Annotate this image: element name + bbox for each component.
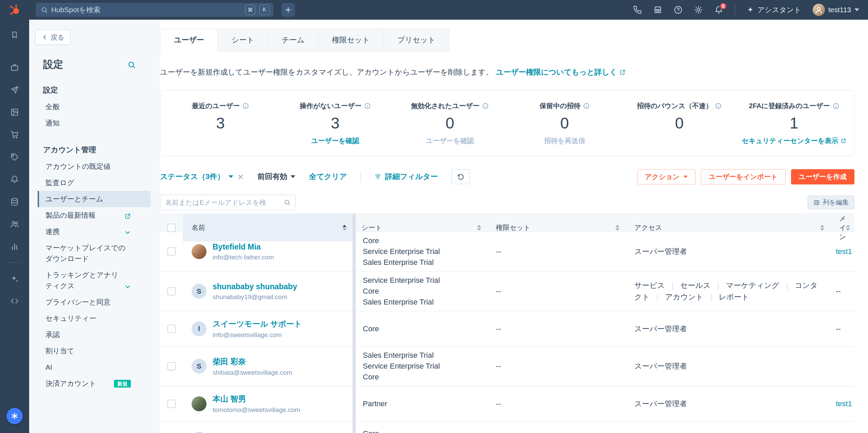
column-header[interactable]: 権限セット <box>487 214 626 241</box>
marketing-icon[interactable] <box>7 82 22 98</box>
service-icon[interactable] <box>7 172 22 187</box>
select-all-checkbox[interactable] <box>167 224 176 232</box>
user-email: info@sweetsvillage.com <box>213 331 302 339</box>
reporting-icon[interactable] <box>7 239 22 254</box>
seats-cell: Service Enterprise TrialCoreSales Enterp… <box>353 272 487 311</box>
breeze-sparkles-icon[interactable] <box>7 271 22 287</box>
settings-nav-item[interactable]: アカウントの既定値 <box>38 158 151 175</box>
remove-filter-icon[interactable] <box>237 174 244 180</box>
user-name-link[interactable]: shunababy shunababy <box>213 282 297 291</box>
main-team-link[interactable]: test1 <box>830 247 854 256</box>
tab[interactable]: チーム <box>268 29 318 51</box>
nav-item-label: 決済アカウント <box>45 378 114 389</box>
marketplace-icon[interactable] <box>653 5 662 14</box>
column-header[interactable]: 名前 <box>183 214 353 241</box>
user-stats-panel: 最近のユーザー 3 操作がないユーザー 3 ユーザーを確認 <box>160 90 854 156</box>
clear-all-link[interactable]: 全てクリア <box>309 172 347 182</box>
row-checkbox-cell <box>160 311 183 346</box>
settings-nav-item[interactable]: 割り当て <box>38 343 151 359</box>
settings-nav-item[interactable]: トラッキングとアナリティクス <box>38 267 151 294</box>
settings-nav-item[interactable]: マーケットプレイスでのダウンロード <box>38 240 151 267</box>
column-header[interactable]: アクセス <box>626 214 830 241</box>
database-icon[interactable] <box>7 194 22 210</box>
frozen-column-scrollbar[interactable] <box>353 214 356 433</box>
user-name-link[interactable]: 本山 智男 <box>213 394 300 404</box>
settings-nav-item[interactable]: 製品の最新情報 <box>38 207 151 223</box>
stat-link[interactable]: ユーザーを確認 <box>278 136 392 145</box>
calling-icon[interactable] <box>633 5 642 14</box>
row-checkbox[interactable] <box>167 325 176 333</box>
sort-icon <box>477 225 481 231</box>
last-active-filter[interactable]: 前回有効 <box>257 172 295 182</box>
create-user-button[interactable]: ユーザーを作成 <box>791 169 854 184</box>
contacts-icon[interactable] <box>7 216 22 232</box>
create-new-button[interactable] <box>281 3 295 17</box>
actions-button[interactable]: アクション <box>637 169 695 184</box>
settings-nav-item[interactable]: 連携 <box>38 223 151 240</box>
content-icon[interactable] <box>7 104 22 120</box>
row-checkbox[interactable] <box>167 362 176 370</box>
tab[interactable]: シート <box>218 29 268 51</box>
help-icon[interactable] <box>674 5 683 14</box>
user-search[interactable] <box>160 195 296 210</box>
sort-icon <box>615 225 619 231</box>
commerce-icon[interactable] <box>7 127 22 142</box>
notifications-bell-icon[interactable]: 5 <box>714 5 723 14</box>
learn-more-link[interactable]: ユーザー権限についてもっと詳しく <box>496 67 626 77</box>
settings-nav-item[interactable]: セキュリティー <box>38 310 151 327</box>
user-name-link[interactable]: 柴田 彩奈 <box>213 356 292 367</box>
crm-icon[interactable] <box>7 60 22 75</box>
global-search-input[interactable] <box>51 6 241 14</box>
info-icon[interactable] <box>482 103 489 109</box>
nav-item-label: ユーザーとチーム <box>45 194 131 204</box>
settings-nav-item[interactable]: AI <box>38 359 151 375</box>
status-filter-chip[interactable]: ステータス（3件） <box>160 172 244 182</box>
info-icon[interactable] <box>364 103 371 109</box>
main-team-value: -- <box>830 324 854 333</box>
row-checkbox-cell <box>160 347 183 386</box>
settings-title: 設定 <box>43 58 63 72</box>
advanced-filter-link[interactable]: 詳細フィルター <box>374 172 438 182</box>
tickets-icon[interactable] <box>7 149 22 165</box>
undo-button[interactable] <box>451 169 470 184</box>
row-checkbox[interactable] <box>167 400 176 408</box>
account-menu[interactable]: test113 <box>813 4 859 16</box>
info-icon[interactable] <box>242 103 249 109</box>
global-search[interactable]: ⌘ K <box>36 3 273 17</box>
bookmark-icon[interactable] <box>7 27 22 43</box>
info-icon[interactable] <box>833 103 839 109</box>
tab[interactable]: ユーザー <box>160 29 218 51</box>
tab[interactable]: プリセット <box>383 29 450 51</box>
stat-link[interactable]: セキュリティーセンターを表示 <box>737 136 851 145</box>
nav-item-label: 割り当て <box>45 346 131 356</box>
user-search-input[interactable] <box>165 199 281 206</box>
edit-columns-button[interactable]: 列を編集 <box>808 196 854 209</box>
copilot-button[interactable] <box>6 408 23 424</box>
user-name-link[interactable]: Bytefield Mia <box>213 242 274 252</box>
settings-gear-icon[interactable] <box>694 5 703 14</box>
tab[interactable]: 権限セット <box>318 29 384 51</box>
back-button[interactable]: 戻る <box>35 30 71 45</box>
settings-nav-item[interactable]: 承認 <box>38 327 151 343</box>
settings-nav-item[interactable]: ユーザーとチーム <box>38 191 151 207</box>
column-header[interactable]: メイン <box>830 214 854 241</box>
assistant-button[interactable]: アシスタント <box>747 5 801 15</box>
row-checkbox[interactable] <box>167 287 176 295</box>
settings-nav-item[interactable]: プライバシーと同意 <box>38 294 151 310</box>
seat-value: Core <box>363 428 484 433</box>
settings-nav-item[interactable]: 監査ログ <box>38 175 151 191</box>
developer-code-icon[interactable] <box>7 293 22 309</box>
seats-cell: CoreService Enterprise Trial <box>353 425 487 433</box>
access-separator: ｜ <box>703 293 719 301</box>
hubspot-logo-icon[interactable] <box>9 4 21 16</box>
settings-search-icon[interactable] <box>127 61 136 69</box>
user-name-link[interactable]: スイーツモール サポート <box>213 319 302 329</box>
settings-nav-item[interactable]: 全般 <box>38 99 151 115</box>
main-team-link[interactable]: test1 <box>830 399 854 408</box>
info-icon[interactable] <box>583 103 590 109</box>
import-users-button[interactable]: ユーザーをインポート <box>701 169 785 184</box>
settings-nav-item[interactable]: 通知 <box>38 115 151 131</box>
info-icon[interactable] <box>715 103 722 109</box>
settings-nav-item[interactable]: 決済アカウント 新規 <box>38 375 151 392</box>
row-checkbox[interactable] <box>167 248 176 256</box>
